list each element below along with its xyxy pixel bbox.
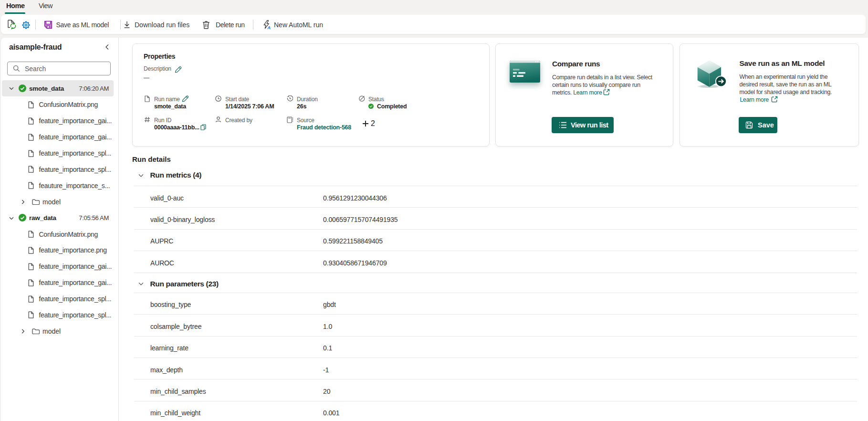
svg-text:A: A bbox=[267, 25, 271, 30]
